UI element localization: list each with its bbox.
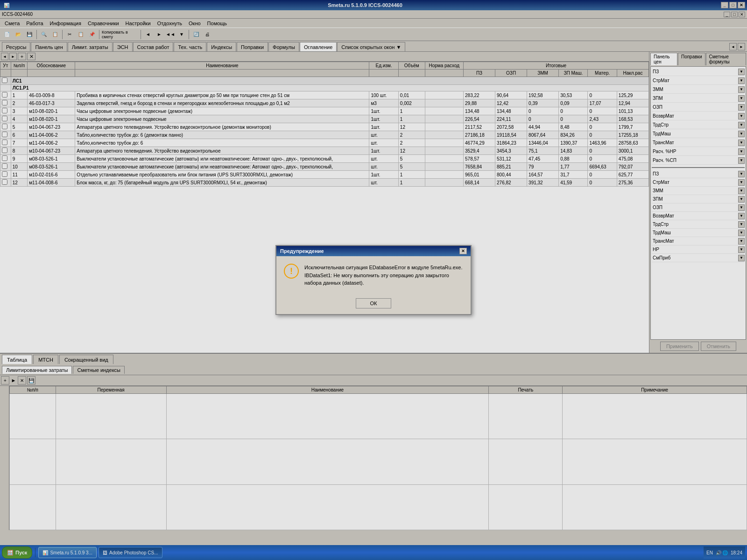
dialog-msg-line2: IBDataSet1: Не могу выполнить эту операц… (304, 272, 463, 287)
dialog-message: Исключительная ситуация EDatabaseError в… (304, 264, 463, 287)
dialog-footer: ОК (276, 294, 471, 314)
dialog-msg-line1: Исключительная ситуация EDatabaseError в… (304, 264, 463, 272)
dialog-overlay: Предупреждение ✕ ! Исключительная ситуац… (0, 0, 747, 560)
warning-dialog: Предупреждение ✕ ! Исключительная ситуац… (275, 245, 472, 315)
dialog-body: ! Исключительная ситуация EDatabaseError… (276, 256, 471, 294)
dialog-close-btn[interactable]: ✕ (459, 248, 467, 254)
dialog-title-bar: Предупреждение ✕ (276, 246, 471, 256)
warning-icon: ! (284, 264, 299, 279)
dialog-ok-button[interactable]: ОК (356, 298, 392, 308)
dialog-title-text: Предупреждение (280, 248, 324, 254)
